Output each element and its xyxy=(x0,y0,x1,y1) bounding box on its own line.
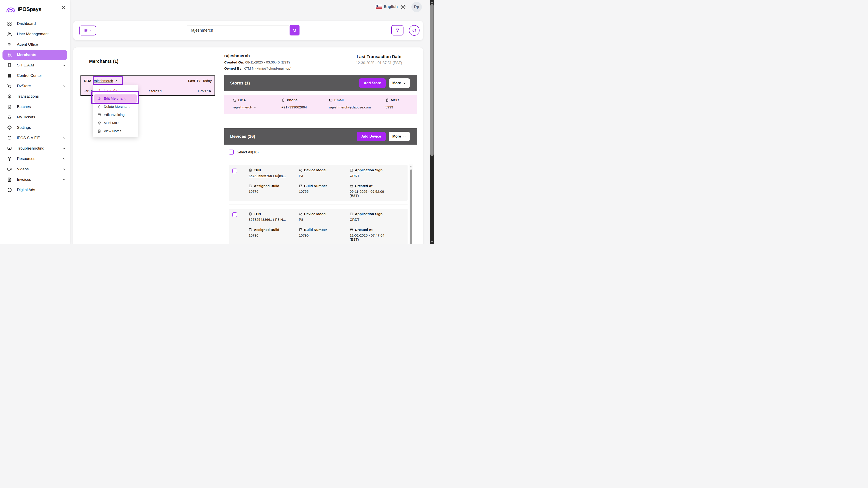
sidebar-item-dashboard[interactable]: Dashboard xyxy=(0,19,70,29)
sidebar-item-label: S.T.E.A.M xyxy=(17,63,34,68)
menu-item-label: Delete Merchant xyxy=(104,105,129,109)
device-model-icon xyxy=(299,212,303,216)
filter-button[interactable] xyxy=(391,25,403,35)
box-icon xyxy=(7,156,12,161)
sidebar-item-my-tickets[interactable]: My Tickets xyxy=(0,112,70,123)
sidebar-item-resources[interactable]: Resources xyxy=(0,154,70,164)
file-icon xyxy=(7,104,12,109)
calendar-icon xyxy=(350,184,353,188)
chevron-down-icon xyxy=(89,29,92,32)
device-app-sign: Application Sign CRDT xyxy=(350,168,382,178)
sidebar-item-settings[interactable]: Settings xyxy=(0,123,70,133)
sidebar-item-steam[interactable]: S.T.E.A.M xyxy=(0,60,70,70)
device-card: TPN 367825586706 ( rajes... Device Model… xyxy=(229,165,408,201)
layers-icon xyxy=(7,94,12,99)
file-text-icon xyxy=(7,177,12,182)
page-scrollbar[interactable] xyxy=(430,0,434,244)
store-dba-value[interactable]: rajeshmerch xyxy=(233,105,256,109)
sidebar-item-label: Invoices xyxy=(17,177,31,182)
sidebar-item-troubleshooting[interactable]: Troubleshooting xyxy=(0,143,70,154)
sidebar-item-label: Settings xyxy=(17,125,31,130)
device-checkbox[interactable] xyxy=(232,168,237,173)
note-icon xyxy=(97,129,101,133)
sidebar-item-label: Troubleshooting xyxy=(17,146,44,151)
sidebar-item-label: Control Center xyxy=(17,73,42,78)
search-input[interactable] xyxy=(187,26,289,35)
storefront-icon xyxy=(233,98,237,102)
sidebar-item-label: Batches xyxy=(17,105,31,109)
refresh-button[interactable] xyxy=(409,25,420,36)
menu-item-label: Multi MID xyxy=(104,121,119,125)
language-selector[interactable]: English xyxy=(376,4,398,9)
sidebar-item-label: Resources xyxy=(17,157,35,161)
person-icon xyxy=(97,89,101,92)
tpn-icon xyxy=(249,168,252,172)
gear-icon[interactable] xyxy=(400,4,406,10)
sidebar-item-merchants[interactable]: Merchants xyxy=(2,50,67,60)
sidebar-item-label: Merchants xyxy=(17,53,36,57)
devices-more-button[interactable]: More xyxy=(389,132,410,141)
language-label: English xyxy=(384,4,398,9)
scrollbar-thumb[interactable] xyxy=(430,4,434,156)
store-card: DBA rajeshmerch Phone +917339062664 Emai… xyxy=(224,95,417,114)
select-all-checkbox[interactable] xyxy=(229,150,234,155)
scroll-up-arrow-icon[interactable] xyxy=(431,1,433,3)
list-icon xyxy=(84,28,88,33)
pos-icon xyxy=(385,98,389,102)
menu-item-edit-invoicing[interactable]: Edit Invoicing xyxy=(93,111,138,119)
device-tpn-link[interactable]: 367825586706 ( rajes... xyxy=(249,174,286,178)
sidebar-item-videos[interactable]: Videos xyxy=(0,164,70,174)
add-device-button[interactable]: Add Device xyxy=(357,132,385,141)
stores-more-button[interactable]: More xyxy=(389,78,410,88)
sliders-icon xyxy=(7,73,12,78)
sidebar-item-batches[interactable]: Batches xyxy=(0,102,70,112)
app-sign-icon xyxy=(350,168,353,172)
brand-name: iPOSpays xyxy=(18,6,41,12)
sidebar-item-user-management[interactable]: User Management xyxy=(0,29,70,39)
device-tpn-link[interactable]: 367825433661 ( P8 N... xyxy=(249,218,286,222)
shield-icon xyxy=(7,135,12,140)
sidebar-item-digital-ads[interactable]: Digital Ads xyxy=(0,185,70,195)
device-list-scrollbar[interactable] xyxy=(409,164,413,244)
menu-item-view-notes[interactable]: View Notes xyxy=(93,127,138,135)
sidebar-item-dvstore[interactable]: DvStore xyxy=(0,81,70,91)
store-mcc-value: 5999 xyxy=(385,105,393,109)
device-app-sign: Application Sign CRDT xyxy=(350,212,382,222)
sidebar-item-transactions[interactable]: Transactions xyxy=(0,91,70,102)
menu-item-multi-mid[interactable]: Multi MID xyxy=(93,119,138,127)
devices-section-bar: Devices (16) Add Device More xyxy=(224,128,417,144)
scroll-up-arrow-icon[interactable] xyxy=(410,166,412,167)
sidebar-item-label: DvStore xyxy=(17,84,31,88)
chevron-down-icon xyxy=(403,82,406,85)
sidebar-item-agent-office[interactable]: Agent Office xyxy=(0,39,70,50)
dba-label: DBA xyxy=(84,79,92,83)
trash-icon xyxy=(97,105,101,109)
sidebar-nav: Dashboard User Management Agent Office M… xyxy=(0,19,70,195)
users-icon-filled xyxy=(7,53,12,57)
avatar[interactable]: Rp xyxy=(411,2,422,12)
table-icon xyxy=(97,113,101,117)
search-button[interactable] xyxy=(289,25,300,35)
store-email-value: rajeshmerch@daouse.com xyxy=(329,105,371,109)
sidebar-item-ipos-safe[interactable]: iPOS S.A.F.E xyxy=(0,133,70,143)
sidebar-item-control-center[interactable]: Control Center xyxy=(0,70,70,81)
device-model-icon xyxy=(299,168,303,172)
list-view-button[interactable] xyxy=(79,26,96,35)
tpn-icon xyxy=(249,212,252,216)
menu-item-edit-merchant[interactable]: Edit Merchant xyxy=(94,94,137,103)
menu-item-login-as[interactable]: Login As xyxy=(93,86,138,94)
last-tx: Last Tx: Today xyxy=(188,79,212,83)
app-sign-icon xyxy=(249,184,252,188)
add-store-button[interactable]: Add Store xyxy=(359,78,385,88)
menu-item-delete-merchant[interactable]: Delete Merchant xyxy=(93,103,138,111)
scrollbar-thumb[interactable] xyxy=(410,169,412,244)
scroll-down-arrow-icon[interactable] xyxy=(431,241,433,243)
sidebar-item-label: iPOS S.A.F.E xyxy=(17,136,40,140)
close-icon[interactable] xyxy=(61,5,66,10)
merchant-row-line1: DBA : rajeshmerch Last Tx: Today xyxy=(84,76,212,86)
created-on: Created On: 08-11-2025 - 03:36:40 (EST) xyxy=(224,60,290,64)
device-checkbox[interactable] xyxy=(232,213,237,217)
sidebar-item-invoices[interactable]: Invoices xyxy=(0,174,70,185)
device-tpn: TPN 367825433661 ( P8 N... xyxy=(249,212,286,222)
merchant-dba-dropdown[interactable]: rajeshmerch xyxy=(94,79,117,83)
